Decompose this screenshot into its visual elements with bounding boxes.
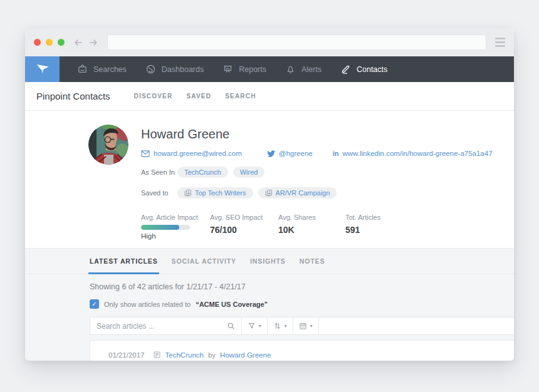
stat-label: Avg. SEO Impact (210, 214, 263, 221)
twitter-handle: @hgreene (279, 150, 313, 157)
nav-item-reports[interactable]: Reports (222, 64, 266, 75)
browser-chrome (25, 28, 514, 56)
sort-dropdown-button[interactable]: ▾ (268, 317, 293, 334)
email-text: howard.greene@wired.com (154, 150, 242, 157)
stat-seo-impact: Avg. SEO Impact 76/100 (210, 214, 263, 240)
reports-icon (222, 64, 233, 75)
paper-plane-icon (34, 61, 51, 78)
tab-insights[interactable]: INSIGHTS (250, 249, 286, 274)
nav-item-dashboards[interactable]: Dashboards (145, 64, 204, 75)
stats-row: Avg. Article Impact High Avg. SEO Impact… (141, 214, 501, 240)
profile-tabs: LATEST ARTICLES SOCIAL ACTIVITY INSIGHTS… (25, 248, 514, 274)
tag-label: Top Tech Writers (195, 189, 246, 197)
article-by-label: by (208, 351, 216, 359)
publication-tag[interactable]: TechCrunch (177, 167, 228, 178)
app-logo[interactable] (25, 56, 60, 82)
dashboards-icon (145, 64, 156, 75)
twitter-link[interactable]: @hgreene (267, 150, 313, 157)
address-bar[interactable] (107, 34, 486, 50)
nav-item-label: Contacts (357, 65, 387, 74)
impact-bar (141, 225, 190, 230)
stat-shares: Avg. Shares 10K (278, 214, 330, 240)
tab-latest-articles[interactable]: LATEST ARTICLES (90, 249, 158, 274)
close-window-button[interactable] (34, 39, 41, 46)
stat-value: 591 (345, 225, 380, 235)
nav-item-label: Dashboards (162, 65, 204, 74)
subheader: Pinpoint Contacts DISCOVER SAVED SEARCH (25, 82, 514, 111)
nav-item-label: Searches (93, 65, 127, 74)
stat-article-impact: Avg. Article Impact High (141, 214, 195, 240)
publication-tag[interactable]: Wired (233, 167, 265, 178)
date-range-dropdown-button[interactable]: ▾ (293, 317, 319, 334)
article-author-link[interactable]: Howard Greene (220, 351, 271, 359)
contact-list-icon (184, 189, 192, 197)
saved-to-row: Saved to Top Tech Writers AR/VR Campaign (141, 187, 501, 199)
articles-panel: Showing 6 of 42 articles for 1/21/17 - 4… (25, 274, 514, 361)
as-seen-in-row: As Seen In TechCrunch Wired (141, 167, 501, 178)
maximize-window-button[interactable] (58, 39, 65, 46)
browser-window: Searches Dashboards Reports Alerts Conta… (25, 28, 514, 361)
check-icon: ✓ (92, 301, 97, 307)
related-filter-value: “ACME US Coverage” (196, 301, 268, 308)
nav-item-label: Alerts (301, 65, 322, 74)
related-filter-checkbox[interactable]: ✓ (90, 299, 99, 309)
email-link[interactable]: howard.greene@wired.com (141, 150, 242, 157)
twitter-icon (267, 150, 275, 157)
submenu-discover[interactable]: DISCOVER (134, 93, 173, 100)
linkedin-link[interactable]: in www.linkedin.com/in/howard-greene-a75… (333, 150, 493, 157)
tag-label: TechCrunch (184, 168, 221, 176)
tab-notes[interactable]: NOTES (300, 249, 325, 274)
filter-dropdown-button[interactable]: ▾ (242, 317, 268, 334)
nav-item-label: Reports (239, 65, 266, 74)
nav-item-contacts[interactable]: Contacts (340, 64, 387, 75)
page-title: Pinpoint Contacts (36, 91, 110, 101)
minimize-window-button[interactable] (46, 39, 53, 46)
article-source-link[interactable]: TechCrunch (165, 351, 204, 359)
submenu-saved[interactable]: SAVED (186, 93, 211, 100)
caret-down-icon: ▾ (284, 323, 286, 329)
saved-to-label: Saved to (141, 189, 177, 197)
stat-total-articles: Tot. Articles 591 (345, 214, 380, 240)
window-controls (34, 39, 65, 46)
linkedin-icon: in (333, 150, 339, 157)
nav-item-searches[interactable]: Searches (77, 64, 127, 75)
stat-value: 10K (278, 225, 330, 235)
alerts-icon (285, 64, 296, 75)
avatar (88, 125, 128, 165)
filter-icon (248, 322, 256, 330)
browser-menu-icon[interactable] (495, 38, 505, 47)
search-icon (227, 322, 235, 330)
submenu-search[interactable]: SEARCH (225, 93, 256, 100)
email-icon (141, 150, 150, 157)
nav-item-alerts[interactable]: Alerts (285, 64, 322, 75)
contact-list-tag[interactable]: Top Tech Writers (177, 187, 253, 199)
impact-bar-fill (141, 225, 179, 230)
article-date: 01/21/2017 (108, 351, 145, 359)
sort-icon (273, 322, 281, 330)
stat-value: 76/100 (210, 225, 263, 235)
stat-label: Avg. Shares (278, 214, 330, 221)
as-seen-in-label: As Seen In (141, 168, 177, 176)
stat-label: Tot. Articles (345, 214, 380, 221)
related-filter-row: ✓ Only show articles related to “ACME US… (90, 299, 514, 309)
tab-social-activity[interactable]: SOCIAL ACTIVITY (172, 249, 236, 274)
caret-down-icon: ▾ (258, 323, 261, 329)
forward-icon[interactable] (88, 38, 98, 47)
caret-down-icon: ▾ (310, 323, 312, 329)
back-icon[interactable] (73, 38, 83, 47)
tag-label: Wired (240, 168, 258, 176)
app-navbar: Searches Dashboards Reports Alerts Conta… (25, 56, 514, 82)
linkedin-url: www.linkedin.com/in/howard-greene-a75a1a… (342, 150, 492, 157)
article-search-toolbar: ▾ ▾ ▾ (90, 317, 514, 335)
contact-profile: Howard Greene howard.greene@wired.com @h… (25, 111, 514, 248)
results-summary: Showing 6 of 42 articles for 1/21/17 - 4… (90, 282, 514, 291)
contact-list-tag[interactable]: AR/VR Campaign (258, 187, 337, 199)
related-filter-label: Only show articles related to (104, 301, 191, 308)
article-list-item[interactable]: 01/21/2017 TechCrunch by Howard Greene (90, 340, 514, 361)
stat-value: High (141, 232, 195, 240)
searches-icon (77, 64, 88, 75)
tag-label: AR/VR Campaign (276, 189, 330, 197)
newspaper-icon (153, 351, 161, 359)
search-input[interactable] (97, 322, 223, 331)
contacts-pencil-icon (340, 64, 351, 75)
